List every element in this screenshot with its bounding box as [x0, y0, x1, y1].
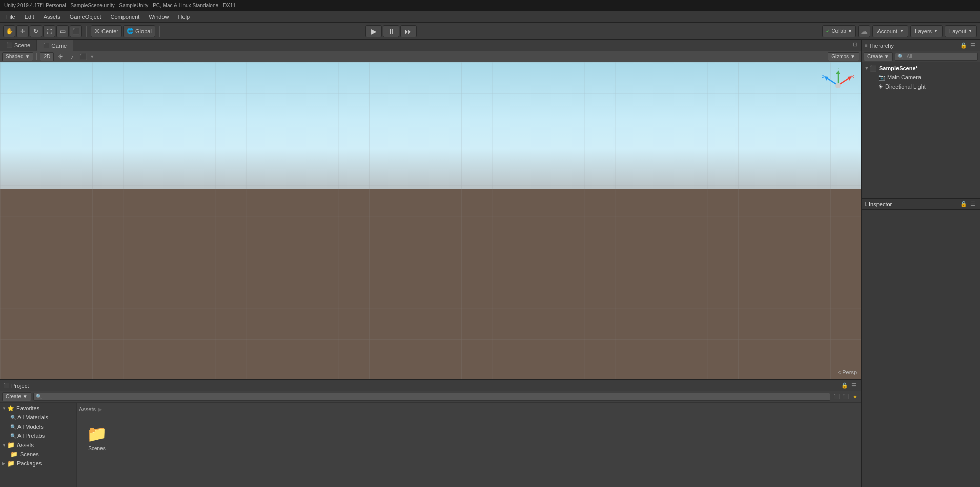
project-star-btn[interactable]: ★ — [851, 393, 859, 401]
global-label: Global — [135, 28, 152, 34]
fx-btn[interactable]: ⬛ — [78, 52, 88, 61]
center-btn[interactable]: ⦿ Center — [91, 25, 122, 37]
breadcrumb-arrow: ▶ — [98, 406, 102, 413]
step-btn[interactable]: ⏭ — [400, 25, 417, 37]
global-btn[interactable]: 🌐 Global — [123, 25, 155, 37]
project-icon-btn-2[interactable]: ⬛ — [842, 393, 850, 401]
transform-tool-btn[interactable]: ⬛ — [70, 25, 82, 37]
move-tool-btn[interactable]: ✛ — [16, 25, 29, 37]
hand-tool-btn[interactable]: ✋ — [3, 25, 15, 37]
assets-breadcrumb[interactable]: Assets — [79, 406, 96, 412]
inspector-lock-btn[interactable]: 🔒 — [959, 200, 968, 208]
project-content: ▼ ⭐ Favorites 🔍 All Materials 🔍 All Mode… — [0, 403, 861, 487]
camera-no-toggle — [872, 74, 878, 80]
svg-text:X: X — [851, 74, 854, 79]
inspector-section: ℹ Inspector 🔒 ☰ — [862, 199, 980, 487]
project-create-btn[interactable]: Create ▼ — [2, 392, 31, 401]
menu-component[interactable]: Component — [106, 13, 144, 21]
layers-btn[interactable]: Layers ▼ — [910, 25, 943, 37]
light-icon: ☀ — [878, 83, 883, 90]
project-all-prefabs[interactable]: 🔍 All Prefabs — [0, 431, 76, 440]
shaded-dropdown-btn[interactable]: Shaded ▼ — [2, 52, 33, 61]
layout-btn[interactable]: Layout ▼ — [945, 25, 977, 37]
gizmos-btn[interactable]: Gizmos ▼ — [828, 52, 859, 61]
project-menu-btn[interactable]: ☰ — [850, 382, 858, 390]
menu-assets[interactable]: Assets — [39, 13, 65, 21]
hierarchy-tree: ▼ ⬛ SampleScene* 📷 Main Camera ☀ Directi… — [862, 62, 980, 198]
project-assets-root[interactable]: ▼ 📁 Assets — [0, 440, 76, 450]
menu-help[interactable]: Help — [174, 13, 194, 21]
account-btn[interactable]: Account ▼ — [872, 25, 908, 37]
lighting-btn[interactable]: ☀ — [56, 52, 65, 61]
svg-point-8 — [835, 83, 841, 88]
packages-toggle: ▶ — [2, 461, 7, 466]
hierarchy-lock-btn[interactable]: 🔒 — [959, 41, 968, 50]
menu-edit[interactable]: Edit — [21, 13, 38, 21]
project-favorites-root[interactable]: ▼ ⭐ Favorites — [0, 404, 76, 413]
scale-tool-btn[interactable]: ⬚ — [43, 25, 55, 37]
play-btn[interactable]: ▶ — [365, 25, 382, 37]
title-text: Unity 2019.4.17f1 Personal - SampleScene… — [4, 3, 236, 8]
game-tab-label: Game — [51, 43, 67, 49]
scene-tab-icon: ⬛ — [6, 42, 12, 48]
audio-btn[interactable]: ♪ — [67, 52, 76, 61]
scenes-folder-large-icon: 📁 — [87, 424, 107, 443]
layers-arrow: ▼ — [934, 29, 938, 33]
collab-check-icon: ✓ — [826, 28, 830, 34]
cloud-btn[interactable]: ☁ — [858, 25, 870, 37]
scenes-folder-item-label: Scenes — [88, 446, 105, 451]
svg-marker-3 — [836, 70, 840, 74]
hierarchy-create-btn[interactable]: Create ▼ — [864, 52, 893, 61]
layout-label: Layout — [949, 28, 966, 34]
game-tab-icon: ⬛ — [43, 43, 49, 48]
scenes-folder-icon: 📁 — [10, 451, 18, 458]
hierarchy-main-camera[interactable]: 📷 Main Camera — [862, 73, 980, 82]
shaded-label: Shaded — [6, 54, 23, 59]
project-all-materials[interactable]: 🔍 All Materials — [0, 413, 76, 422]
inspector-menu-btn[interactable]: ☰ — [969, 200, 977, 208]
hierarchy-directional-light[interactable]: ☀ Directional Light — [862, 82, 980, 91]
toolbar: ✋ ✛ ↻ ⬚ ▭ ⬛ ⦿ Center 🌐 Global ▶ ⏸ ⏭ ✓ Co… — [0, 23, 980, 40]
collab-label: Collab ▼ — [831, 28, 852, 34]
menu-file[interactable]: File — [2, 13, 19, 21]
rotate-tool-btn[interactable]: ↻ — [30, 25, 42, 37]
all-prefabs-label: All Prefabs — [17, 433, 45, 439]
main-camera-label: Main Camera — [887, 74, 921, 80]
viewport-toolbar: Shaded ▼ 2D ☀ ♪ ⬛ ▼ Gizmos ▼ — [0, 51, 861, 62]
hierarchy-section: ≡ Hierarchy 🔒 ☰ Create ▼ 🔍 — [862, 40, 980, 199]
directional-light-label: Directional Light — [885, 83, 926, 90]
global-icon: 🌐 — [127, 28, 134, 34]
2d-btn[interactable]: 2D — [40, 52, 54, 61]
project-search-input[interactable] — [43, 393, 828, 401]
project-scenes-folder[interactable]: 📁 Scenes — [0, 450, 76, 459]
rect-tool-btn[interactable]: ▭ — [56, 25, 69, 37]
assets-folder-icon: 📁 — [7, 441, 15, 449]
viewport-maximize-btn[interactable]: ⊡ — [851, 40, 859, 48]
vp-dropdown-arrow: ▼ — [90, 54, 94, 59]
project-icon-btn-1[interactable]: ⬛ — [832, 393, 841, 401]
hierarchy-title-icon: ≡ — [865, 43, 868, 48]
svg-rect-1 — [0, 62, 861, 379]
menu-window[interactable]: Window — [145, 13, 173, 21]
scene-gizmo[interactable]: Y X Z — [820, 68, 856, 103]
scene-icon: ⬛ — [870, 65, 877, 72]
project-create-label: Create ▼ — [6, 394, 28, 399]
collab-btn[interactable]: ✓ Collab ▼ — [822, 25, 856, 37]
project-packages-root[interactable]: ▶ 📁 Packages — [0, 459, 76, 468]
game-tab[interactable]: ⬛ Game — [37, 40, 73, 51]
project-all-models[interactable]: 🔍 All Models — [0, 422, 76, 431]
hierarchy-scene-root[interactable]: ▼ ⬛ SampleScene* — [862, 63, 980, 73]
scene-tab[interactable]: ⬛ Scene — [0, 40, 37, 51]
project-left-panel: ▼ ⭐ Favorites 🔍 All Materials 🔍 All Mode… — [0, 403, 77, 487]
title-bar: Unity 2019.4.17f1 Personal - SampleScene… — [0, 0, 980, 11]
scenes-folder-item[interactable]: 📁 Scenes — [79, 417, 115, 458]
hierarchy-menu-btn[interactable]: ☰ — [969, 41, 977, 50]
scene-viewport[interactable]: Y X Z < Persp — [0, 62, 861, 379]
pivot-group: ⦿ Center 🌐 Global — [91, 25, 155, 37]
2d-label: 2D — [44, 54, 50, 59]
favorites-star-icon: ⭐ — [7, 405, 14, 412]
menu-gameobject[interactable]: GameObject — [66, 13, 106, 21]
project-lock-btn[interactable]: 🔒 — [841, 382, 849, 390]
pause-btn[interactable]: ⏸ — [383, 25, 399, 37]
hierarchy-search-input[interactable] — [905, 53, 975, 61]
